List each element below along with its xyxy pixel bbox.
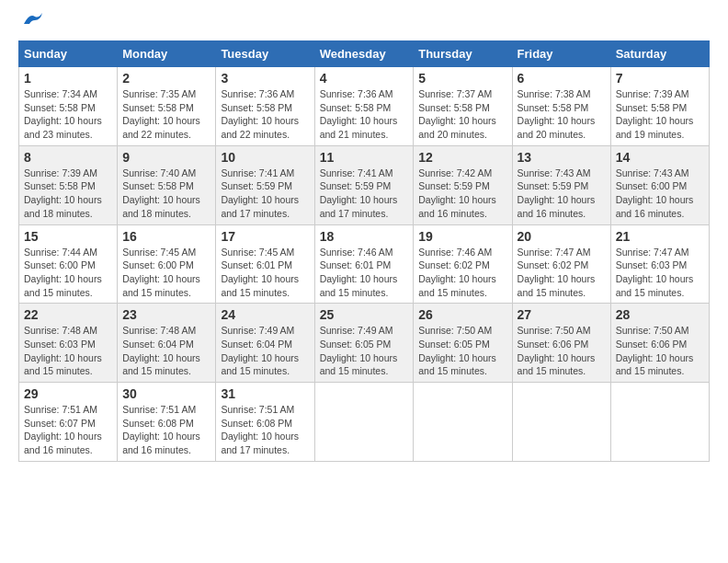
calendar-day-cell: 23Sunrise: 7:48 AMSunset: 6:04 PMDayligh… [118,304,216,383]
day-number: 1 [24,71,112,86]
calendar-header-thursday: Thursday [414,41,512,67]
calendar-header-friday: Friday [512,41,610,67]
calendar-header-row: SundayMondayTuesdayWednesdayThursdayFrid… [19,41,710,67]
calendar-day-cell: 21Sunrise: 7:47 AMSunset: 6:03 PMDayligh… [610,224,709,304]
day-info: Sunrise: 7:35 AMSunset: 5:58 PMDaylight:… [122,87,210,142]
day-info: Sunrise: 7:50 AMSunset: 6:05 PMDaylight:… [418,324,506,378]
calendar-empty-cell [314,383,414,462]
calendar-day-cell: 10Sunrise: 7:41 AMSunset: 5:59 PMDayligh… [216,145,314,224]
day-info: Sunrise: 7:37 AMSunset: 5:58 PMDaylight:… [418,87,506,142]
day-number: 22 [24,307,112,322]
calendar-empty-cell [512,383,610,462]
logo [18,18,42,31]
day-info: Sunrise: 7:39 AMSunset: 5:58 PMDaylight:… [616,87,704,142]
day-number: 10 [221,150,309,165]
day-info: Sunrise: 7:39 AMSunset: 5:58 PMDaylight:… [24,167,112,221]
day-info: Sunrise: 7:41 AMSunset: 5:59 PMDaylight:… [221,167,309,221]
day-info: Sunrise: 7:49 AMSunset: 6:04 PMDaylight:… [221,324,309,378]
day-number: 28 [616,307,704,322]
calendar-week-row: 1Sunrise: 7:34 AMSunset: 5:58 PMDaylight… [19,67,710,146]
page-header [18,18,710,31]
calendar-day-cell: 13Sunrise: 7:43 AMSunset: 5:59 PMDayligh… [512,145,610,224]
calendar-day-cell: 29Sunrise: 7:51 AMSunset: 6:07 PMDayligh… [19,383,118,462]
day-info: Sunrise: 7:50 AMSunset: 6:06 PMDaylight:… [616,324,704,378]
calendar-header-saturday: Saturday [610,41,709,67]
calendar-week-row: 29Sunrise: 7:51 AMSunset: 6:07 PMDayligh… [19,383,710,462]
day-number: 2 [122,71,210,86]
day-number: 21 [616,229,704,244]
day-info: Sunrise: 7:46 AMSunset: 6:02 PMDaylight:… [418,246,506,300]
day-number: 17 [221,229,309,244]
calendar-header-wednesday: Wednesday [314,41,414,67]
day-number: 16 [122,229,210,244]
day-info: Sunrise: 7:43 AMSunset: 5:59 PMDaylight:… [518,167,606,221]
day-info: Sunrise: 7:48 AMSunset: 6:04 PMDaylight:… [122,324,210,378]
day-info: Sunrise: 7:41 AMSunset: 5:59 PMDaylight:… [320,167,409,221]
day-number: 14 [616,150,704,165]
day-info: Sunrise: 7:48 AMSunset: 6:03 PMDaylight:… [24,324,112,378]
day-info: Sunrise: 7:38 AMSunset: 5:58 PMDaylight:… [518,87,606,142]
calendar-day-cell: 25Sunrise: 7:49 AMSunset: 6:05 PMDayligh… [314,304,414,383]
day-number: 30 [122,386,210,401]
calendar-week-row: 15Sunrise: 7:44 AMSunset: 6:00 PMDayligh… [19,224,710,304]
day-number: 12 [418,150,506,165]
day-info: Sunrise: 7:34 AMSunset: 5:58 PMDaylight:… [24,87,112,142]
day-info: Sunrise: 7:50 AMSunset: 6:06 PMDaylight:… [518,324,606,378]
calendar-day-cell: 30Sunrise: 7:51 AMSunset: 6:08 PMDayligh… [118,383,216,462]
calendar-day-cell: 22Sunrise: 7:48 AMSunset: 6:03 PMDayligh… [19,304,118,383]
day-info: Sunrise: 7:42 AMSunset: 5:59 PMDaylight:… [418,167,506,221]
calendar-day-cell: 2Sunrise: 7:35 AMSunset: 5:58 PMDaylight… [118,67,216,146]
day-number: 25 [320,307,409,322]
calendar-day-cell: 24Sunrise: 7:49 AMSunset: 6:04 PMDayligh… [216,304,314,383]
calendar-day-cell: 26Sunrise: 7:50 AMSunset: 6:05 PMDayligh… [414,304,512,383]
day-number: 4 [320,71,409,86]
day-number: 9 [122,150,210,165]
day-number: 24 [221,307,309,322]
logo-bird-icon [22,11,42,28]
day-info: Sunrise: 7:45 AMSunset: 6:01 PMDaylight:… [221,246,309,300]
calendar-header-tuesday: Tuesday [216,41,314,67]
calendar-day-cell: 1Sunrise: 7:34 AMSunset: 5:58 PMDaylight… [19,67,118,146]
calendar-day-cell: 19Sunrise: 7:46 AMSunset: 6:02 PMDayligh… [414,224,512,304]
day-number: 19 [418,229,506,244]
day-info: Sunrise: 7:44 AMSunset: 6:00 PMDaylight:… [24,246,112,300]
calendar-table: SundayMondayTuesdayWednesdayThursdayFrid… [18,40,710,462]
calendar-day-cell: 6Sunrise: 7:38 AMSunset: 5:58 PMDaylight… [512,67,610,146]
calendar-day-cell: 31Sunrise: 7:51 AMSunset: 6:08 PMDayligh… [216,383,314,462]
day-info: Sunrise: 7:51 AMSunset: 6:07 PMDaylight:… [24,403,112,457]
day-number: 5 [418,71,506,86]
calendar-day-cell: 12Sunrise: 7:42 AMSunset: 5:59 PMDayligh… [414,145,512,224]
day-info: Sunrise: 7:47 AMSunset: 6:02 PMDaylight:… [518,246,606,300]
day-number: 6 [518,71,606,86]
calendar-week-row: 22Sunrise: 7:48 AMSunset: 6:03 PMDayligh… [19,304,710,383]
calendar-day-cell: 18Sunrise: 7:46 AMSunset: 6:01 PMDayligh… [314,224,414,304]
day-number: 31 [221,386,309,401]
day-info: Sunrise: 7:49 AMSunset: 6:05 PMDaylight:… [320,324,409,378]
day-number: 15 [24,229,112,244]
calendar-week-row: 8Sunrise: 7:39 AMSunset: 5:58 PMDaylight… [19,145,710,224]
calendar-day-cell: 14Sunrise: 7:43 AMSunset: 6:00 PMDayligh… [610,145,709,224]
calendar-day-cell: 28Sunrise: 7:50 AMSunset: 6:06 PMDayligh… [610,304,709,383]
calendar-day-cell: 15Sunrise: 7:44 AMSunset: 6:00 PMDayligh… [19,224,118,304]
calendar-day-cell: 17Sunrise: 7:45 AMSunset: 6:01 PMDayligh… [216,224,314,304]
calendar-empty-cell [414,383,512,462]
day-number: 26 [418,307,506,322]
day-info: Sunrise: 7:43 AMSunset: 6:00 PMDaylight:… [616,167,704,221]
day-number: 11 [320,150,409,165]
calendar-day-cell: 20Sunrise: 7:47 AMSunset: 6:02 PMDayligh… [512,224,610,304]
calendar-day-cell: 7Sunrise: 7:39 AMSunset: 5:58 PMDaylight… [610,67,709,146]
day-number: 3 [221,71,309,86]
calendar-day-cell: 4Sunrise: 7:36 AMSunset: 5:58 PMDaylight… [314,67,414,146]
calendar-header-sunday: Sunday [19,41,118,67]
day-number: 8 [24,150,112,165]
calendar-empty-cell [610,383,709,462]
day-info: Sunrise: 7:36 AMSunset: 5:58 PMDaylight:… [221,87,309,142]
day-info: Sunrise: 7:51 AMSunset: 6:08 PMDaylight:… [122,403,210,457]
day-number: 23 [122,307,210,322]
day-info: Sunrise: 7:51 AMSunset: 6:08 PMDaylight:… [221,403,309,457]
day-number: 18 [320,229,409,244]
day-number: 7 [616,71,704,86]
calendar-day-cell: 27Sunrise: 7:50 AMSunset: 6:06 PMDayligh… [512,304,610,383]
day-info: Sunrise: 7:47 AMSunset: 6:03 PMDaylight:… [616,246,704,300]
calendar-day-cell: 16Sunrise: 7:45 AMSunset: 6:00 PMDayligh… [118,224,216,304]
